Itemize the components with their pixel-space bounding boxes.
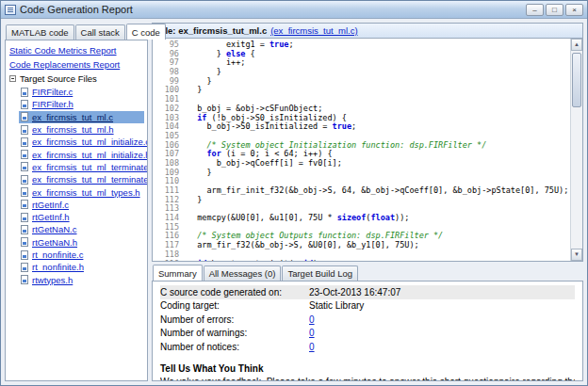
code-line: 109 } <box>153 169 570 178</box>
tab-all-messages-0[interactable]: All Messages (0) <box>204 265 282 281</box>
code-token: for <box>206 149 220 158</box>
summary-row-number-of-errors: Number of errors:0 <box>160 313 575 327</box>
code-token: (!b_obj->S0_isInitialized) { <box>207 113 347 122</box>
collapse-icon[interactable] <box>9 75 16 82</box>
code-text: } <box>188 169 212 178</box>
summary-row-number-of-warnings: Number of warnings:0 <box>160 327 575 341</box>
file-icon <box>21 125 28 135</box>
file-icon <box>21 250 28 260</box>
code-token: true <box>270 40 288 49</box>
scrollbar-thumb[interactable] <box>572 53 581 107</box>
scroll-up-icon[interactable]: ▲ <box>571 39 582 51</box>
code-line: 98 } <box>153 68 570 77</box>
code-token: )); <box>395 213 409 222</box>
file-name: FIRFilter.c <box>32 87 73 97</box>
code-token: b_not_empty_init( <box>206 259 293 262</box>
code-token: true <box>333 121 351 131</box>
report-links: Static Code Metrics ReportCode Replaceme… <box>8 45 144 70</box>
tree-item-ex-fircmsis-tut-ml-terminate-c[interactable]: ex_fircmsis_tut_ml_terminate.c <box>19 161 144 173</box>
code-line: 100 } <box>153 86 570 95</box>
code-token: } <box>188 195 202 204</box>
tab-summary[interactable]: Summary <box>153 265 203 281</box>
code-token: sizeof <box>337 213 367 222</box>
code-token: ; <box>351 121 356 131</box>
code-token: void <box>188 259 206 262</box>
code-token: arm_fir_init_f32(&b_obj->S, 64, &b_obj->… <box>188 185 568 195</box>
file-name: ex_fircmsis_tut_ml_initialize.c <box>32 137 148 147</box>
tree-item-rtwtypes-h[interactable]: rtwtypes.h <box>19 273 144 285</box>
code-token: } <box>188 49 226 58</box>
vertical-scrollbar[interactable]: ▲ ▼ <box>570 39 582 261</box>
file-icon <box>21 187 28 197</box>
window-title: Code Generation Report <box>20 4 526 15</box>
file-name: ex_fircmsis_tut_ml_terminate.c <box>32 162 148 172</box>
tree-item-rtgetnan-c[interactable]: rtGetNaN.c <box>19 223 144 235</box>
code-line: 112 } <box>153 196 570 205</box>
code-replacements-report-link[interactable]: Code Replacements Report <box>9 59 143 70</box>
file-name: rtGetNaN.h <box>32 237 77 248</box>
tree-root-target-source-files[interactable]: Target Source Files <box>9 73 144 84</box>
code-token: } <box>188 168 212 177</box>
tree-item-ex-fircmsis-tut-ml-initialize-h[interactable]: ex_fircmsis_tut_ml_initialize.h <box>19 148 144 160</box>
summary-value: 23-Oct-2013 16:47:07 <box>309 287 400 298</box>
code-text: memcpy(&U0[0], &u1[0], 75U * sizeof(floa… <box>188 214 409 223</box>
file-icon <box>21 263 28 272</box>
code-generation-report-window: Code Generation Report – □ × MATLAB code… <box>0 0 588 386</box>
tree-item-firfilter-c[interactable]: FIRFilter.c <box>19 86 144 98</box>
code-line: 99 } <box>153 77 570 87</box>
close-button-icon[interactable]: × <box>565 4 583 16</box>
tab-call-stack[interactable]: Call stack <box>75 24 125 40</box>
summary-value[interactable]: 0 <box>309 328 315 338</box>
file-name: ex_fircmsis_tut_ml.c <box>32 112 113 122</box>
summary-row-number-of-notices: Number of notices:0 <box>160 340 575 354</box>
tree-item-rt-nonfinite-h[interactable]: rt_nonfinite.h <box>19 261 144 273</box>
tree-item-ex-fircmsis-tut-ml-types-h[interactable]: ex_fircmsis_tut_ml_types.h <box>19 185 144 198</box>
code-token: ; <box>288 40 293 49</box>
tab-c-code[interactable]: C code <box>126 24 166 40</box>
code-token: b_obj->S0_isInitialized = <box>188 121 333 131</box>
tab-target-build-log[interactable]: Target Build Log <box>282 265 358 281</box>
code-token: /* System object Initialization function… <box>188 140 486 150</box>
tree-item-rtgetnan-h[interactable]: rtGetNaN.h <box>19 236 144 249</box>
file-icon <box>21 150 28 159</box>
file-icon <box>21 112 28 121</box>
minimize-button-icon[interactable]: – <box>526 4 544 16</box>
maximize-button-icon[interactable]: □ <box>546 4 564 16</box>
tree-item-ex-fircmsis-tut-ml-terminate-h[interactable]: ex_fircmsis_tut_ml_terminate.h <box>19 173 144 185</box>
scroll-down-icon[interactable]: ▼ <box>571 249 582 261</box>
tree-item-ex-fircmsis-tut-ml-h[interactable]: ex_fircmsis_tut_ml.h <box>19 123 144 136</box>
tree-item-rtgetinf-c[interactable]: rtGetInf.c <box>19 199 144 211</box>
tree-item-rt-nonfinite-c[interactable]: rt_nonfinite.c <box>19 249 144 261</box>
file-name: rt_nonfinite.h <box>32 262 84 272</box>
feedback-section: Tell Us What You Think We value your fee… <box>160 363 575 382</box>
line-number: 119 <box>153 260 179 262</box>
file-header-link[interactable]: (ex_fircmsis_tut_ml.c) <box>270 25 357 36</box>
tab-matlab-code[interactable]: MATLAB code <box>6 24 74 40</box>
file-icon <box>21 200 28 209</box>
code-token: ) <box>313 259 318 262</box>
file-name: ex_fircmsis_tut_ml_initialize.h <box>32 150 148 160</box>
code-text: } <box>188 86 202 95</box>
tree-item-ex-fircmsis-tut-ml-initialize-c[interactable]: ex_fircmsis_tut_ml_initialize.c <box>19 136 144 148</box>
code-token: float <box>370 213 395 222</box>
code-token <box>188 113 197 122</box>
tree-root-label: Target Source Files <box>20 73 97 84</box>
code-text: } <box>188 196 202 205</box>
code-token: void <box>294 259 313 262</box>
window-body: MATLAB codeCall stackC code Static Code … <box>1 19 587 385</box>
static-code-metrics-report-link[interactable]: Static Code Metrics Report <box>9 45 143 56</box>
summary-value[interactable]: 0 <box>309 342 315 352</box>
bottom-tab-bar: SummaryAll Messages (0)Target Build Log <box>152 264 583 281</box>
summary-label: Number of notices: <box>160 342 309 352</box>
tree-item-firfilter-h[interactable]: FIRFilter.h <box>19 98 144 110</box>
tree-item-rtgetinf-h[interactable]: rtGetInf.h <box>19 211 144 223</box>
tree-item-ex-fircmsis-tut-ml-c[interactable]: ex_fircmsis_tut_ml.c <box>19 111 144 123</box>
file-icon <box>21 137 28 147</box>
file-name: rtGetInf.c <box>32 200 69 210</box>
file-name: ex_fircmsis_tut_ml_terminate.h <box>32 174 148 185</box>
code-line: 108 b_obj->qCoeff[i] = fv0[i]; <box>153 159 570 169</box>
source-files-panel: Static Code Metrics ReportCode Replaceme… <box>5 40 148 381</box>
code-token: } <box>188 76 212 86</box>
summary-value[interactable]: 0 <box>309 314 315 325</box>
summary-value: Static Library <box>309 300 364 311</box>
